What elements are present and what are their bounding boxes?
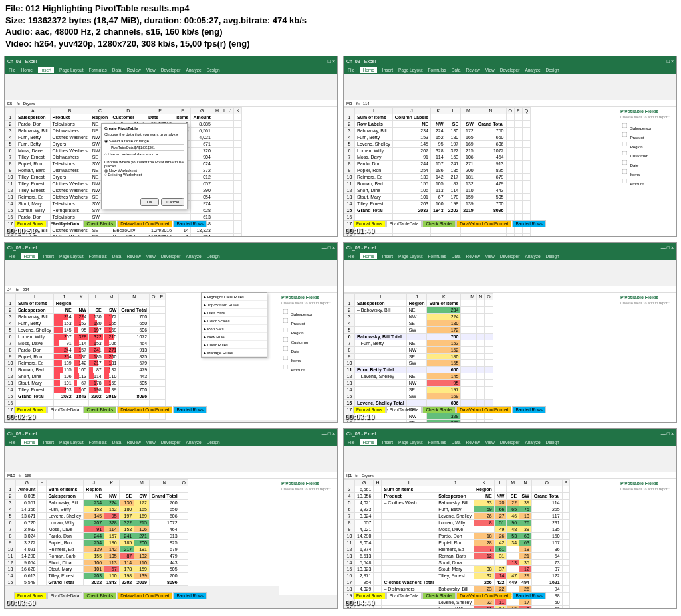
ribbon-body[interactable] xyxy=(344,74,676,100)
sheet-tab[interactable]: Format Rows xyxy=(14,220,47,227)
ribbon-tab-formulas[interactable]: Formulas xyxy=(89,254,107,258)
sheet-tab[interactable]: DataVal and CondFormat xyxy=(456,406,511,413)
ribbon-tabs[interactable]: FileHomeInsertPage LayoutFormulasDataRev… xyxy=(5,252,337,260)
ribbon-tab-data[interactable]: Data xyxy=(452,68,461,72)
ribbon-tab-review[interactable]: Review xyxy=(466,440,479,445)
sheet-tab[interactable]: PivotTableData xyxy=(386,406,422,413)
ribbon-tab-view[interactable]: View xyxy=(146,254,156,258)
ribbon-tab-design[interactable]: Design xyxy=(546,440,559,445)
sheet-tab[interactable]: Check Blanks xyxy=(422,592,456,599)
ribbon-tab-review[interactable]: Review xyxy=(126,440,140,445)
sheet-tab[interactable]: Check Blanks xyxy=(83,592,116,599)
ribbon-tab-insert[interactable]: Insert xyxy=(382,440,393,445)
sheet-tab[interactable]: Banded Rows xyxy=(173,406,206,413)
ribbon-tab-insert[interactable]: Insert xyxy=(43,440,54,445)
ribbon-tabs[interactable]: FileHomeInsertPage LayoutFormulasDataRev… xyxy=(5,66,337,74)
ribbon-tabs[interactable]: FileHomeInsertPage LayoutFormulasDataRev… xyxy=(344,438,676,446)
field-checkbox[interactable] xyxy=(622,151,628,156)
ribbon-tab-file[interactable]: File xyxy=(9,440,15,445)
cf-menu-item[interactable]: ▸ Data Bars xyxy=(202,309,267,317)
ribbon-body[interactable] xyxy=(5,260,337,286)
ribbon-tab-page-layout[interactable]: Page Layout xyxy=(398,254,423,258)
formula-bar[interactable]: M10 fx 185 xyxy=(5,472,337,479)
field-checkbox[interactable] xyxy=(283,337,289,342)
ribbon-tab-insert[interactable]: Insert xyxy=(38,67,54,73)
ribbon-body[interactable] xyxy=(344,446,676,472)
sheet-tab[interactable]: Format Rows xyxy=(353,406,386,413)
pivot-fields-pane[interactable]: PivotTable FieldsChoose fields to add to… xyxy=(618,479,676,595)
ribbon-tab-formulas[interactable]: Formulas xyxy=(89,440,107,445)
formula-bar[interactable]: J4 fx 234 xyxy=(5,286,337,293)
pivot-fields-pane[interactable]: PivotTable Fields Choose fields to add t… xyxy=(618,107,676,223)
ribbon-tab-page-layout[interactable]: Page Layout xyxy=(59,440,84,445)
cf-menu-item[interactable]: ▸ New Rule... xyxy=(202,333,267,341)
ribbon-tab-data[interactable]: Data xyxy=(452,254,461,258)
sheet-tab[interactable]: PivotTableData xyxy=(47,220,83,227)
formula-bar[interactable]: M3 fx 114 xyxy=(344,100,676,107)
ribbon-tab-view[interactable]: View xyxy=(485,68,495,72)
sheet-tabs[interactable]: Format RowsPivotTableDataCheck BlanksDat… xyxy=(14,592,207,599)
sheet-tab[interactable]: Banded Rows xyxy=(512,220,545,227)
sheet-tabs[interactable]: Format RowsPivotTableDataCheck BlanksDat… xyxy=(353,406,546,413)
ribbon-tab-review[interactable]: Review xyxy=(466,68,479,72)
sheet-tab[interactable]: Banded Rows xyxy=(173,592,206,599)
sheet-tab[interactable]: DataVal and CondFormat xyxy=(456,592,511,599)
sheet-tab[interactable]: Banded Rows xyxy=(173,220,206,227)
field-checkbox[interactable] xyxy=(622,160,628,165)
pivot-fields-pane[interactable]: PivotTable FieldsChoose fields to add to… xyxy=(279,479,337,595)
field-checkbox[interactable] xyxy=(622,142,628,147)
ribbon-tabs[interactable]: FileHomeInsertPage LayoutFormulasDataRev… xyxy=(344,252,676,260)
ribbon-tab-formulas[interactable]: Formulas xyxy=(428,68,446,72)
ribbon-tabs[interactable]: FileHomeInsertPage LayoutFormulasDataRev… xyxy=(5,438,337,446)
ribbon-tab-home[interactable]: Home xyxy=(21,253,37,259)
field-checkbox[interactable] xyxy=(283,346,289,352)
sheet-tabs[interactable]: Format RowsPivotTableDataCheck BlanksDat… xyxy=(353,592,546,599)
ribbon-tab-home[interactable]: Home xyxy=(21,439,37,445)
ribbon-tab-data[interactable]: Data xyxy=(112,68,122,72)
sheet-tab[interactable]: Check Blanks xyxy=(83,406,116,413)
ribbon-tab-formulas[interactable]: Formulas xyxy=(428,440,446,445)
ribbon-tab-view[interactable]: View xyxy=(146,68,156,72)
ribbon-tab-formulas[interactable]: Formulas xyxy=(89,68,107,72)
sheet-tab[interactable]: Format Rows xyxy=(14,406,47,413)
ribbon-tab-data[interactable]: Data xyxy=(112,440,122,445)
field-checkbox[interactable] xyxy=(283,365,289,370)
pivot-fields-pane[interactable]: PivotTable FieldsChoose fields to add to… xyxy=(279,293,337,409)
cf-menu-item[interactable]: ▸ Top/Bottom Rules xyxy=(202,301,267,309)
ribbon-tab-design[interactable]: Design xyxy=(207,254,220,258)
ribbon-tab-analyze[interactable]: Analyze xyxy=(525,68,540,72)
ribbon-tab-formulas[interactable]: Formulas xyxy=(428,254,446,258)
ribbon-tab-developer[interactable]: Developer xyxy=(161,440,181,445)
ribbon-tab-design[interactable]: Design xyxy=(207,68,220,72)
field-checkbox[interactable] xyxy=(283,328,289,333)
ribbon-tab-design[interactable]: Design xyxy=(546,68,559,72)
ribbon-tab-file[interactable]: File xyxy=(9,68,15,72)
ribbon-tab-analyze[interactable]: Analyze xyxy=(186,440,201,445)
ribbon-tab-data[interactable]: Data xyxy=(112,254,122,258)
sheet-tab[interactable]: DataVal and CondFormat xyxy=(117,406,172,413)
ribbon-tab-data[interactable]: Data xyxy=(452,440,461,445)
cf-menu-item[interactable]: ▸ Manage Rules... xyxy=(202,349,267,357)
field-checkbox[interactable] xyxy=(622,123,628,128)
ribbon-tab-home[interactable]: Home xyxy=(360,439,376,445)
sheet-tab[interactable]: PivotTableData xyxy=(47,406,83,413)
sheet-tab[interactable]: Format Rows xyxy=(14,592,47,599)
ribbon-tab-page-layout[interactable]: Page Layout xyxy=(59,68,84,72)
ribbon-tab-analyze[interactable]: Analyze xyxy=(525,254,540,258)
field-checkbox[interactable] xyxy=(622,132,628,138)
sheet-tab[interactable]: Check Blanks xyxy=(422,220,456,227)
ribbon-tab-page-layout[interactable]: Page Layout xyxy=(398,68,423,72)
ribbon-body[interactable] xyxy=(5,74,337,100)
dialog-ok[interactable]: OK xyxy=(140,198,160,206)
conditional-format-menu[interactable]: ▸ Highlight Cells Rules▸ Top/Bottom Rule… xyxy=(201,292,267,358)
field-checkbox[interactable] xyxy=(283,318,289,324)
create-pivot-dialog[interactable]: Create PivotTable Choose the data that y… xyxy=(101,123,188,209)
ribbon-tab-file[interactable]: File xyxy=(9,254,15,258)
ribbon-tab-view[interactable]: View xyxy=(485,440,495,445)
ribbon-tab-home[interactable]: Home xyxy=(360,67,376,73)
sheet-tab[interactable]: Format Rows xyxy=(353,220,386,227)
ribbon-tab-view[interactable]: View xyxy=(485,254,495,258)
ribbon-tab-review[interactable]: Review xyxy=(466,254,479,258)
ribbon-tab-developer[interactable]: Developer xyxy=(500,440,520,445)
ribbon-tab-file[interactable]: File xyxy=(348,68,354,72)
